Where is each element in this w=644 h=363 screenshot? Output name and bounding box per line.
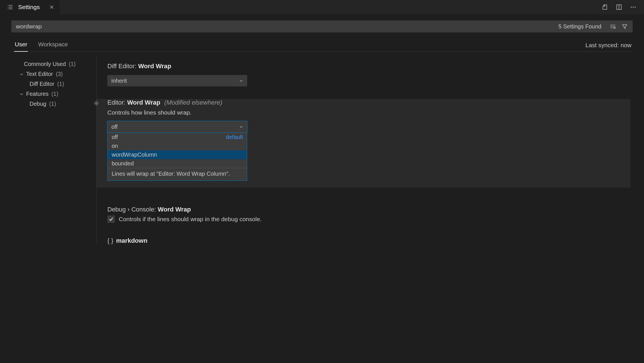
- setting-diff-editor-word-wrap: Diff Editor: Word Wrap inherit: [107, 63, 630, 86]
- settings-found-count: 5 Settings Found: [556, 22, 604, 31]
- svg-point-11: [633, 7, 634, 8]
- setting-prefix: Debug › Console:: [107, 206, 158, 213]
- dropdown-option-hint: Lines will wrap at "Editor: Word Wrap Co…: [108, 168, 247, 181]
- toc-commonly-used[interactable]: Commonly Used (1): [11, 59, 95, 69]
- setting-editor-word-wrap: Editor: Word Wrap (Modified elsewhere) C…: [107, 99, 630, 181]
- toc-debug[interactable]: Debug (1): [11, 99, 95, 109]
- scope-tab-workspace[interactable]: Workspace: [37, 41, 68, 51]
- extension-label: markdown: [116, 237, 147, 244]
- settings-list: Diff Editor: Word Wrap inherit: [97, 57, 633, 244]
- toc-text-editor[interactable]: Text Editor (3): [11, 69, 95, 79]
- toc-diff-editor[interactable]: Diff Editor (1): [11, 79, 95, 89]
- select-value: off: [111, 124, 118, 130]
- toc-label: Commonly Used: [24, 61, 66, 67]
- toc-count: (1): [69, 61, 76, 67]
- dropdown-option-bounded[interactable]: bounded: [108, 159, 247, 168]
- setting-prefix: Editor:: [107, 99, 127, 106]
- dropdown-option-wordwrapcolumn[interactable]: wordWrapColumn: [108, 150, 247, 159]
- braces-icon: { }: [107, 237, 113, 244]
- search-input[interactable]: [16, 23, 552, 30]
- option-label: on: [112, 143, 118, 149]
- option-label: bounded: [112, 160, 134, 167]
- editor-tab-bar: Settings: [0, 0, 644, 14]
- chevron-down-icon: [19, 92, 24, 96]
- setting-name: Word Wrap: [127, 99, 161, 106]
- select-value: inherit: [111, 78, 127, 84]
- toc-count: (3): [56, 71, 62, 77]
- clear-search-icon[interactable]: [609, 23, 616, 30]
- select-diff-editor-word-wrap[interactable]: inherit: [107, 75, 247, 86]
- scope-tab-user[interactable]: User: [14, 41, 28, 52]
- tab-label: Settings: [18, 4, 40, 11]
- close-icon[interactable]: [49, 5, 55, 9]
- setting-name: Word Wrap: [158, 206, 191, 213]
- settings-list-icon: [7, 4, 13, 10]
- setting-name: Word Wrap: [138, 63, 171, 70]
- settings-toc: Commonly Used (1) Text Editor (3) Diff E…: [11, 57, 97, 244]
- option-default-badge: default: [226, 134, 243, 140]
- split-editor-icon[interactable]: [616, 4, 622, 11]
- chevron-down-icon: [239, 125, 243, 129]
- setting-description: Controls how lines should wrap.: [107, 109, 630, 116]
- dropdown-option-on[interactable]: on: [108, 142, 247, 150]
- select-editor-word-wrap[interactable]: off: [107, 121, 247, 132]
- setting-description: Controls if the lines should wrap in the…: [119, 216, 262, 223]
- scope-row: User Workspace Last synced: now: [11, 41, 633, 52]
- chevron-down-icon: [19, 72, 24, 76]
- gear-icon[interactable]: [93, 99, 100, 107]
- toc-label: Features: [26, 91, 49, 97]
- toc-count: (1): [49, 101, 56, 107]
- toc-label: Debug: [30, 101, 46, 107]
- setting-title: Diff Editor: Word Wrap: [107, 63, 630, 70]
- sync-status[interactable]: Last synced: now: [585, 42, 633, 51]
- toc-label: Text Editor: [26, 71, 53, 77]
- chevron-down-icon: [239, 79, 243, 83]
- more-actions-icon[interactable]: [630, 4, 637, 11]
- svg-point-18: [95, 102, 97, 104]
- extension-header-markdown: { } markdown: [107, 237, 630, 244]
- search-input-wrap[interactable]: 5 Settings Found: [11, 20, 633, 32]
- dropdown-option-off[interactable]: off default: [108, 133, 247, 142]
- settings-search-row: 5 Settings Found: [11, 20, 633, 32]
- tab-settings[interactable]: Settings: [0, 0, 60, 14]
- setting-debug-console-word-wrap: Debug › Console: Word Wrap Controls if t…: [107, 206, 630, 223]
- setting-prefix: Diff Editor:: [107, 63, 138, 70]
- open-changes-icon[interactable]: [601, 4, 608, 11]
- dropdown-editor-word-wrap: off default on wordWrapColumn bounded Li…: [107, 132, 247, 181]
- setting-title: Editor: Word Wrap (Modified elsewhere): [107, 99, 630, 106]
- toc-count: (1): [57, 81, 64, 87]
- svg-point-10: [631, 7, 632, 8]
- filter-icon[interactable]: [621, 23, 628, 30]
- option-label: wordWrapColumn: [112, 152, 157, 158]
- setting-title: Debug › Console: Word Wrap: [107, 206, 630, 213]
- toc-features[interactable]: Features (1): [11, 89, 95, 99]
- toc-count: (1): [51, 91, 58, 97]
- svg-point-12: [635, 7, 636, 8]
- option-label: off: [112, 134, 118, 140]
- toc-label: Diff Editor: [30, 81, 54, 87]
- setting-modified-hint: (Modified elsewhere): [164, 99, 222, 106]
- checkbox-debug-console-word-wrap[interactable]: [107, 215, 115, 223]
